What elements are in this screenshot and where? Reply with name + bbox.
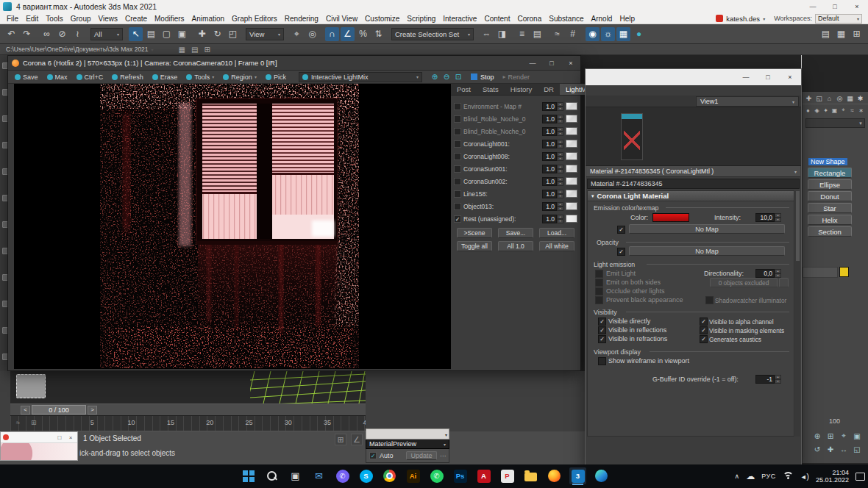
- menu-tools[interactable]: Tools: [42, 15, 66, 23]
- material-preview-dropdown[interactable]: ▾: [366, 428, 449, 439]
- selection-filter-dropdown[interactable]: All▾: [90, 28, 123, 40]
- lightmix-to-scene-button[interactable]: >Scene: [457, 228, 492, 238]
- visibility-checkbox[interactable]: ✓: [700, 335, 708, 343]
- object-name-field[interactable]: [803, 267, 838, 278]
- lightmix-checkbox[interactable]: [454, 115, 461, 123]
- emission-map-button[interactable]: No Map: [629, 224, 785, 234]
- occlude-checkbox[interactable]: [595, 287, 603, 295]
- chrome-icon[interactable]: [381, 467, 398, 484]
- lightmix-checkbox[interactable]: [454, 190, 461, 198]
- menu-file[interactable]: File: [3, 15, 22, 23]
- previous-frame-button[interactable]: <: [21, 406, 30, 415]
- material-editor-minimize-button[interactable]: —: [735, 69, 757, 85]
- corona-minimize-button[interactable]: —: [523, 56, 542, 71]
- lightmix-color-swatch[interactable]: [566, 202, 577, 210]
- shape-button-section[interactable]: Section: [808, 226, 852, 237]
- cameras-category-icon[interactable]: ▣: [830, 106, 839, 115]
- angle-snap-icon[interactable]: ∠: [341, 27, 355, 41]
- lightmix-intensity-spinner[interactable]: 1.0▴▾: [542, 190, 563, 198]
- firefox-icon[interactable]: [546, 467, 563, 484]
- material-editor-close-button[interactable]: ×: [779, 69, 801, 85]
- material-editor-maximize-button[interactable]: □: [757, 69, 779, 85]
- corona-copy-button[interactable]: Ctrl+C: [73, 72, 107, 82]
- zoom-all-icon[interactable]: ⊞: [825, 430, 836, 442]
- lightmix-color-swatch[interactable]: [566, 165, 577, 173]
- intensity-spinner[interactable]: 10,0▴▾: [755, 213, 781, 222]
- lightmix-intensity-spinner[interactable]: 1.0▴▾: [542, 127, 563, 136]
- menu-civil-view[interactable]: Civil View: [322, 15, 361, 23]
- rectangular-selection-region-icon[interactable]: ▢: [160, 27, 174, 41]
- coordinate-mode-icon[interactable]: ∠: [351, 434, 363, 445]
- spinner-snap-icon[interactable]: ⇅: [371, 27, 385, 41]
- bind-to-space-warp-icon[interactable]: ≀: [71, 27, 85, 41]
- capture-close-button[interactable]: ×: [66, 434, 75, 441]
- auto-checkbox[interactable]: ✓: [369, 452, 377, 459]
- redo-icon[interactable]: ↷: [20, 27, 34, 41]
- more-options-icon[interactable]: ⋯: [440, 453, 446, 459]
- menu-customize[interactable]: Customize: [361, 15, 403, 23]
- project-folder-icon[interactable]: ▦: [179, 46, 185, 54]
- scene-explorer-icon[interactable]: ≡: [515, 27, 529, 41]
- task-view-icon[interactable]: ▣: [287, 467, 304, 484]
- lightmix-color-swatch[interactable]: [566, 177, 577, 185]
- lights-category-icon[interactable]: ✦: [822, 106, 830, 115]
- curve-editor-icon[interactable]: ≈: [550, 27, 564, 41]
- visibility-checkbox[interactable]: ✓: [598, 326, 606, 334]
- lightmix-load-button[interactable]: Load...: [539, 228, 574, 238]
- vfb-zoom-fit-icon[interactable]: ⊡: [453, 72, 463, 82]
- lightmix-intensity-spinner[interactable]: 1.0▴▾: [542, 202, 563, 211]
- pan-icon[interactable]: ✚: [825, 443, 836, 455]
- corona-tab-history[interactable]: History: [505, 84, 538, 95]
- emission-color-swatch[interactable]: [652, 213, 689, 222]
- corona-pick-button[interactable]: Pick: [262, 72, 290, 82]
- corona-save-button[interactable]: Save: [11, 72, 42, 82]
- close-button[interactable]: ×: [846, 0, 868, 13]
- photoshop-icon[interactable]: Ps: [452, 467, 469, 484]
- emission-map-checkbox[interactable]: ✓: [617, 226, 625, 234]
- corona-light-material-rollout[interactable]: ▾Corona Light Material: [588, 191, 794, 201]
- time-slider-handle[interactable]: 0 / 100: [32, 405, 86, 415]
- exclude-list-button[interactable]: [779, 278, 789, 287]
- corona-tab-post[interactable]: Post: [451, 84, 477, 95]
- menu-content[interactable]: Content: [480, 15, 513, 23]
- lightmix-intensity-spinner[interactable]: 1.0▴▾: [542, 165, 563, 173]
- shape-button-helix[interactable]: Helix: [808, 215, 852, 225]
- material-editor-titlebar[interactable]: — □ ×: [586, 69, 801, 85]
- menu-rendering[interactable]: Rendering: [281, 15, 322, 23]
- systems-category-icon[interactable]: ∗: [857, 106, 865, 115]
- motion-tab-icon[interactable]: ◎: [835, 93, 844, 104]
- zoom-icon[interactable]: ⊕: [811, 430, 823, 442]
- emit-light-checkbox[interactable]: [595, 270, 603, 278]
- space-warps-category-icon[interactable]: ≈: [848, 106, 856, 115]
- corona-close-button[interactable]: ×: [561, 56, 580, 71]
- lightmix-color-swatch[interactable]: [566, 140, 577, 148]
- menu-arnold[interactable]: Arnold: [588, 15, 616, 23]
- material-name-field[interactable]: Material #-21474836345: [587, 179, 800, 189]
- menu-group[interactable]: Group: [67, 15, 95, 23]
- workspace-layout-icon-1[interactable]: ▤: [819, 27, 833, 41]
- view1-tab[interactable]: View1▾: [696, 96, 799, 107]
- lightmix-color-swatch[interactable]: [566, 215, 577, 223]
- shape-button-rectangle[interactable]: Rectangle: [808, 168, 852, 178]
- update-button[interactable]: Update: [406, 451, 437, 460]
- corona-tools-button[interactable]: Tools▾: [182, 72, 218, 82]
- percent-snap-icon[interactable]: %: [356, 27, 370, 41]
- select-and-move-icon[interactable]: ✚: [195, 27, 209, 41]
- maximize-button[interactable]: □: [824, 0, 846, 13]
- workspace-layout-icon-2[interactable]: ▦: [834, 27, 848, 41]
- helpers-category-icon[interactable]: ⌖: [839, 106, 847, 115]
- lightmix-checkbox[interactable]: [454, 178, 461, 185]
- clock[interactable]: 21:04 25.01.2022: [816, 469, 849, 484]
- visibility-checkbox[interactable]: ✓: [598, 335, 606, 343]
- opacity-map-button[interactable]: No Map: [629, 246, 785, 256]
- corona-erase-button[interactable]: Erase: [149, 72, 182, 82]
- menu-animation[interactable]: Animation: [188, 15, 228, 23]
- corona-maximize-button[interactable]: □: [542, 56, 561, 71]
- lightmix-color-swatch[interactable]: [566, 152, 577, 160]
- select-object-icon[interactable]: ↖: [129, 27, 143, 41]
- shape-button-ellipse[interactable]: Ellipse: [808, 179, 852, 190]
- lightmix-toggle-all-button[interactable]: Toggle all: [457, 241, 492, 251]
- lightmix-checkbox[interactable]: [454, 165, 461, 173]
- trackbar-keys-icon[interactable]: ⊞: [31, 419, 37, 426]
- lightmix-checkbox[interactable]: ✓: [454, 215, 461, 223]
